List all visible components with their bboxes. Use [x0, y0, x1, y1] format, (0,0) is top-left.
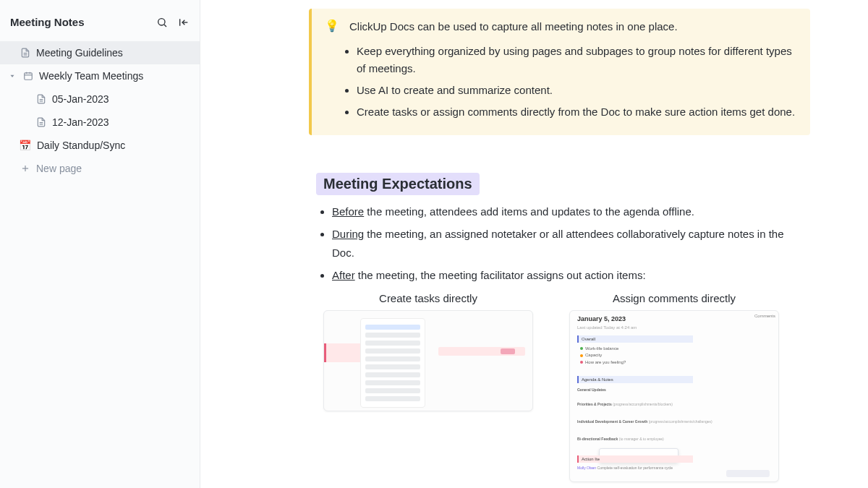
sidebar-item-label: 12-Jan-2023: [52, 116, 109, 128]
caret-down-icon[interactable]: [7, 71, 17, 81]
calendar-emoji-icon: 📅: [19, 140, 31, 151]
example-create-tasks: Create tasks directly: [323, 292, 533, 482]
expectation-text: the meeting, the meeting facilitator ass…: [355, 269, 646, 281]
svg-line-1: [164, 25, 166, 27]
sidebar-header: Meeting Notes: [0, 0, 200, 41]
thumbnail-assign-comments[interactable]: January 5, 2023 Last updated Today at 4:…: [569, 310, 779, 482]
example-label[interactable]: Create tasks directly: [379, 292, 477, 304]
examples-row: Create tasks directly Assign comments di…: [323, 292, 839, 482]
callout-title: ClickUp Docs can be used to capture all …: [349, 19, 678, 35]
sidebar-item-05-jan-2023[interactable]: 05-Jan-2023: [0, 87, 200, 111]
thumb-agenda: Agenda & Notes: [577, 376, 693, 383]
collapse-sidebar-icon[interactable]: [178, 17, 190, 28]
sidebar-item-label: Weekly Team Meetings: [39, 70, 143, 82]
sidebar-item-weekly-team-meetings[interactable]: Weekly Team Meetings: [0, 64, 200, 87]
expectation-text: the meeting, attendees add items and upd…: [364, 205, 694, 218]
sidebar-item-daily-standup[interactable]: 📅 Daily Standup/Sync: [0, 134, 200, 157]
document-icon: [36, 94, 46, 104]
search-icon[interactable]: [156, 17, 168, 28]
callout-list: Keep everything organized by using pages…: [357, 43, 796, 121]
new-page-label: New page: [36, 163, 82, 174]
expectation-text: the meeting, an assigned notetaker or al…: [332, 228, 784, 259]
sidebar-title: Meeting Notes: [10, 16, 85, 28]
callout-bullet[interactable]: Create tasks or assign comments directly…: [357, 103, 796, 121]
expectations-list: Before the meeting, attendees add items …: [332, 202, 803, 285]
sidebar-item-label: Daily Standup/Sync: [37, 140, 125, 151]
sidebar-header-icons: [156, 17, 190, 28]
thumb-overall: Overall: [577, 335, 693, 343]
document-main[interactable]: 💡 ClickUp Docs can be used to capture al…: [200, 0, 868, 488]
lightbulb-icon: 💡: [325, 19, 339, 33]
thumb-action: Action Ite: [577, 455, 693, 463]
example-assign-comments: Assign comments directly January 5, 2023…: [569, 292, 779, 482]
emphasis: After: [332, 269, 355, 281]
plus-icon: [20, 163, 30, 174]
section-heading-meeting-expectations[interactable]: Meeting Expectations: [316, 173, 480, 195]
document-icon: [36, 117, 46, 127]
calendar-icon: [23, 71, 33, 81]
expectation-item[interactable]: After the meeting, the meeting facilitat…: [332, 266, 803, 285]
expectation-item[interactable]: During the meeting, an assigned notetake…: [332, 225, 803, 262]
svg-marker-6: [11, 75, 14, 77]
sidebar-item-12-jan-2023[interactable]: 12-Jan-2023: [0, 111, 200, 134]
new-page-button[interactable]: New page: [0, 157, 200, 180]
callout-block[interactable]: 💡 ClickUp Docs can be used to capture al…: [309, 9, 810, 135]
callout-bullet[interactable]: Keep everything organized by using pages…: [357, 43, 796, 77]
svg-point-0: [158, 18, 165, 25]
thumbnail-create-tasks[interactable]: [323, 310, 533, 411]
expectation-item[interactable]: Before the meeting, attendees add items …: [332, 202, 803, 221]
sidebar-item-label: 05-Jan-2023: [52, 93, 109, 105]
emphasis: During: [332, 228, 364, 240]
document-icon: [20, 48, 30, 58]
sidebar-item-meeting-guidelines[interactable]: Meeting Guidelines: [0, 41, 200, 64]
sidebar: Meeting Notes Meeting Guidelines Weekly …: [0, 0, 200, 488]
thumb-date: January 5, 2023: [577, 315, 626, 322]
emphasis: Before: [332, 205, 364, 218]
svg-rect-7: [25, 73, 33, 80]
example-label[interactable]: Assign comments directly: [613, 292, 736, 304]
sidebar-item-label: Meeting Guidelines: [36, 47, 123, 59]
callout-bullet[interactable]: Use AI to create and summarize content.: [357, 82, 796, 99]
